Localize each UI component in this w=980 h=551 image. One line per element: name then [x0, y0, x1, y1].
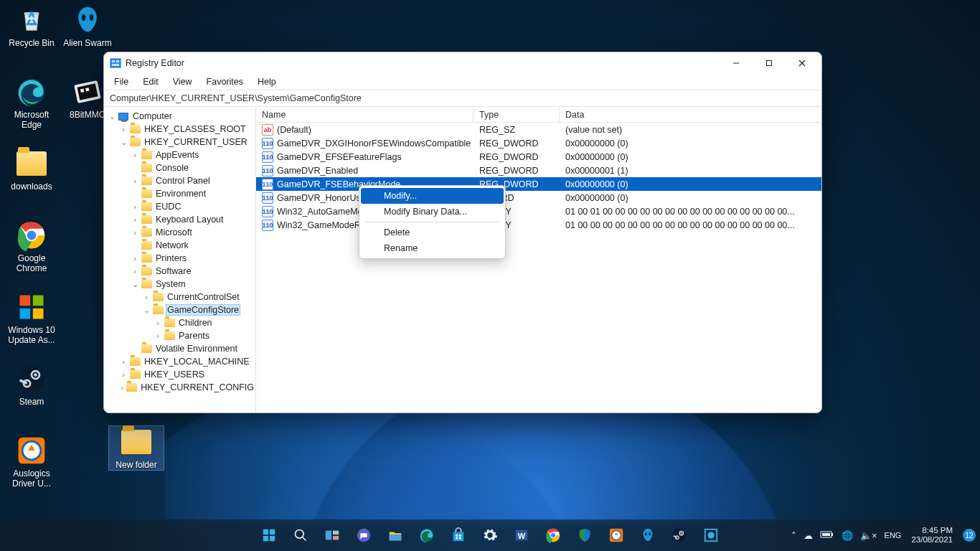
- expand-toggle-icon[interactable]: ›: [153, 319, 163, 327]
- expand-toggle-icon[interactable]: ⌄: [141, 306, 151, 315]
- taskbar-store-icon[interactable]: [444, 521, 473, 550]
- tree-item[interactable]: ›HKEY_USERS: [107, 368, 255, 381]
- address-bar[interactable]: Computer\HKEY_CURRENT_USER\System\GameCo…: [104, 90, 821, 107]
- value-row[interactable]: 110Win32_AutoGameMo3INARY01 00 01 00 00 …: [256, 204, 821, 218]
- titlebar[interactable]: Registry Editor: [104, 52, 821, 74]
- expand-toggle-icon[interactable]: ›: [130, 176, 140, 185]
- expand-toggle-icon[interactable]: ⌄: [130, 280, 140, 289]
- system-tray[interactable]: ˄ ☁ 🌐 🔈× ENG: [791, 530, 901, 541]
- values-pane[interactable]: Name Type Data ab(Default)REG_SZ(value n…: [256, 107, 821, 413]
- taskbar-edge-icon[interactable]: [413, 521, 441, 550]
- desktop-icon-downloads[interactable]: downloads: [4, 148, 59, 192]
- taskbar-clock[interactable]: 8:45 PM 23/08/2021: [911, 526, 953, 545]
- taskbar-word-icon[interactable]: W: [507, 521, 536, 550]
- tree-item[interactable]: ›HKEY_CURRENT_CONFIG: [107, 381, 255, 394]
- menu-help[interactable]: Help: [250, 75, 283, 88]
- context-item-modify-binary-data-[interactable]: Modify Binary Data...: [361, 204, 504, 220]
- tree-item[interactable]: ⌄HKEY_CURRENT_USER: [107, 136, 255, 149]
- desktop-icon-edge[interactable]: Microsoft Edge: [4, 76, 59, 130]
- context-item-modify-[interactable]: Modify...: [361, 188, 504, 204]
- menubar[interactable]: FileEditViewFavoritesHelp: [104, 74, 821, 90]
- expand-toggle-icon[interactable]: ›: [118, 383, 126, 392]
- value-row[interactable]: 110GameDVR_HonorUserDWORD0x00000000 (0): [256, 191, 821, 204]
- col-data[interactable]: Data: [560, 107, 821, 122]
- menu-view[interactable]: View: [166, 75, 199, 88]
- desktop-icon-winupd[interactable]: Windows 10 Update As...: [4, 291, 59, 345]
- tray-network-icon[interactable]: 🌐: [842, 530, 853, 541]
- taskbar[interactable]: W ˄ ☁ 🌐 🔈× ENG 8:45 PM 23/08/2021 12: [0, 519, 980, 551]
- tree-item[interactable]: ›Control Panel: [107, 174, 255, 187]
- tree-pane[interactable]: ⌄Computer›HKEY_CLASSES_ROOT⌄HKEY_CURRENT…: [104, 107, 256, 413]
- taskbar-taskview-icon[interactable]: [318, 521, 347, 550]
- value-row[interactable]: 110GameDVR_EnabledREG_DWORD0x00000001 (1…: [256, 164, 821, 177]
- menu-edit[interactable]: Edit: [136, 75, 166, 88]
- tree-item[interactable]: ›AppEvents: [107, 149, 255, 161]
- context-item-rename[interactable]: Rename: [361, 240, 504, 256]
- value-row[interactable]: 110GameDVR_DXGIHonorFSEWindowsCompatible…: [256, 136, 821, 150]
- menu-favorites[interactable]: Favorites: [199, 75, 250, 88]
- expand-toggle-icon[interactable]: ⌄: [118, 138, 128, 147]
- expand-toggle-icon[interactable]: ›: [130, 202, 140, 211]
- value-row[interactable]: 110Win32_GameModeRe3INARY01 00 00 00 00 …: [256, 218, 821, 232]
- tray-chevron-up-icon[interactable]: ˄: [791, 530, 796, 541]
- desktop-icon-newfolder[interactable]: New folder: [109, 426, 164, 470]
- column-headers[interactable]: Name Type Data: [256, 107, 821, 123]
- taskbar-chrome-icon[interactable]: [539, 521, 567, 550]
- tray-battery-icon[interactable]: [820, 530, 834, 541]
- tree-item[interactable]: Volatile Environment: [107, 342, 255, 355]
- expand-toggle-icon[interactable]: ›: [130, 228, 140, 237]
- col-name[interactable]: Name: [256, 107, 473, 122]
- tree-item[interactable]: Console: [107, 161, 255, 174]
- tree-item[interactable]: ›Parents: [107, 329, 255, 342]
- maximize-button[interactable]: [753, 52, 786, 74]
- expand-toggle-icon[interactable]: ›: [118, 125, 128, 133]
- taskbar-steam-icon[interactable]: [665, 521, 694, 550]
- expand-toggle-icon[interactable]: ›: [130, 267, 140, 276]
- value-row[interactable]: ab(Default)REG_SZ(value not set): [256, 123, 821, 136]
- tree-item[interactable]: ⌄Computer: [107, 110, 255, 123]
- taskbar-defender-icon[interactable]: [570, 521, 599, 550]
- col-type[interactable]: Type: [473, 107, 560, 122]
- taskbar-explorer-icon[interactable]: [381, 521, 410, 550]
- tree-item[interactable]: ⌄GameConfigStore: [107, 303, 255, 316]
- taskbar-settings-icon[interactable]: [476, 521, 504, 550]
- expand-toggle-icon[interactable]: ›: [153, 331, 163, 340]
- taskbar-start-icon[interactable]: [255, 521, 283, 550]
- desktop-icon-recycle[interactable]: Recycle Bin: [4, 4, 59, 48]
- context-menu[interactable]: Modify...Modify Binary Data...DeleteRena…: [359, 185, 506, 259]
- tree-item[interactable]: ›Keyboard Layout: [107, 213, 255, 226]
- expand-toggle-icon[interactable]: ›: [118, 357, 128, 366]
- expand-toggle-icon[interactable]: ›: [130, 254, 140, 263]
- desktop-icon-steam[interactable]: Steam: [4, 363, 59, 407]
- taskbar-alien-icon[interactable]: [633, 521, 662, 550]
- expand-toggle-icon[interactable]: ›: [130, 151, 140, 159]
- taskbar-chat-icon[interactable]: [349, 521, 378, 550]
- tree-item[interactable]: ›Microsoft: [107, 226, 255, 239]
- tree-item[interactable]: ›Software: [107, 265, 255, 278]
- tray-volume-icon[interactable]: 🔈×: [860, 530, 877, 541]
- close-button[interactable]: [786, 52, 819, 74]
- menu-file[interactable]: File: [107, 75, 136, 88]
- desktop-icon-auslogics[interactable]: Auslogics Driver U...: [4, 435, 59, 489]
- context-item-delete[interactable]: Delete: [361, 225, 504, 240]
- desktop-icon-alien[interactable]: Alien Swarm: [60, 4, 115, 48]
- taskbar-app-icon[interactable]: [697, 521, 725, 550]
- desktop-icon-chrome[interactable]: Google Chrome: [4, 220, 59, 273]
- tree-item[interactable]: ⌄System: [107, 278, 255, 291]
- expand-toggle-icon[interactable]: ⌄: [107, 112, 117, 121]
- tree-item[interactable]: Environment: [107, 187, 255, 200]
- expand-toggle-icon[interactable]: ›: [141, 293, 151, 301]
- expand-toggle-icon[interactable]: ›: [130, 215, 140, 224]
- tree-item[interactable]: Network: [107, 239, 255, 252]
- minimize-button[interactable]: [720, 52, 753, 74]
- taskbar-auslogics-icon[interactable]: [602, 521, 631, 550]
- notification-badge[interactable]: 12: [963, 529, 976, 542]
- tree-item[interactable]: ›HKEY_LOCAL_MACHINE: [107, 355, 255, 368]
- taskbar-search-icon[interactable]: [286, 521, 315, 550]
- tree-item[interactable]: ›HKEY_CLASSES_ROOT: [107, 123, 255, 136]
- tree-item[interactable]: ›Children: [107, 316, 255, 329]
- tree-item[interactable]: ›CurrentControlSet: [107, 291, 255, 303]
- tray-language-icon[interactable]: ENG: [885, 531, 902, 540]
- tree-item[interactable]: ›Printers: [107, 252, 255, 265]
- expand-toggle-icon[interactable]: ›: [118, 370, 128, 379]
